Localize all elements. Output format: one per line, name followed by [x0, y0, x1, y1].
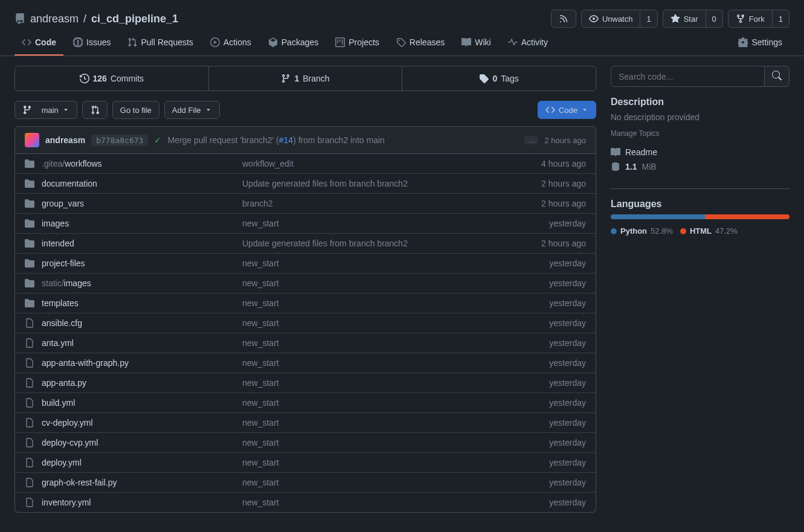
- file-commit-msg[interactable]: new_start: [242, 378, 542, 388]
- commits-stat[interactable]: 126Commits: [15, 66, 209, 91]
- rss-button[interactable]: [551, 10, 576, 28]
- file-time: 2 hours ago: [541, 199, 586, 208]
- file-time: yesterday: [549, 258, 586, 268]
- tab-wiki[interactable]: Wiki: [454, 33, 498, 56]
- file-name[interactable]: ansible.cfg: [42, 318, 235, 328]
- file-row: deploy.ymlnew_startyesterday: [15, 453, 596, 473]
- pr-link[interactable]: #14: [279, 135, 293, 145]
- file-name[interactable]: deploy-cvp.yml: [42, 438, 235, 447]
- tab-code[interactable]: Code: [14, 33, 63, 56]
- author-link[interactable]: andreasm: [45, 135, 85, 145]
- file-name[interactable]: static/images: [42, 278, 235, 288]
- package-icon: [268, 37, 278, 47]
- lang-segment: [705, 214, 790, 219]
- star-count[interactable]: 0: [706, 10, 723, 28]
- file-commit-msg[interactable]: new_start: [242, 318, 542, 328]
- branches-stat[interactable]: 1Branch: [209, 66, 403, 91]
- file-commit-msg[interactable]: workflow_edit: [242, 159, 534, 168]
- commit-message[interactable]: Merge pull request 'branch2' (#14) from …: [167, 135, 518, 145]
- code-button[interactable]: Code: [538, 101, 596, 119]
- repo-link[interactable]: ci_cd_pipeline_1: [91, 13, 178, 25]
- file-time: yesterday: [549, 278, 586, 288]
- size-item: 1.1MiB: [611, 159, 790, 174]
- file-commit-msg[interactable]: Update generated files from branch branc…: [242, 239, 534, 248]
- chevron-down-icon: [62, 106, 69, 114]
- code-icon: [545, 105, 555, 115]
- go-to-file-button[interactable]: Go to file: [112, 101, 159, 119]
- file-commit-msg[interactable]: new_start: [242, 398, 542, 408]
- star-button[interactable]: Star: [663, 10, 706, 28]
- file-name[interactable]: images: [42, 219, 235, 228]
- fork-button[interactable]: Fork: [728, 10, 773, 28]
- file-row: cv-deploy.ymlnew_startyesterday: [15, 413, 596, 433]
- tab-pulls[interactable]: Pull Requests: [120, 33, 200, 56]
- file-commit-msg[interactable]: new_start: [242, 258, 542, 268]
- file-name[interactable]: group_vars: [42, 199, 235, 208]
- file-commit-msg[interactable]: new_start: [242, 298, 542, 308]
- search-input[interactable]: [611, 66, 765, 87]
- file-commit-msg[interactable]: new_start: [242, 418, 542, 428]
- tab-projects[interactable]: Projects: [328, 33, 387, 56]
- owner-link[interactable]: andreasm: [30, 13, 79, 25]
- lang-item[interactable]: Python52.8%: [611, 226, 673, 236]
- file-name[interactable]: build.yml: [42, 398, 235, 408]
- file-row: deploy-cvp.ymlnew_startyesterday: [15, 433, 596, 453]
- file-name[interactable]: graph-ok-rest-fail.py: [42, 478, 235, 487]
- file-commit-msg[interactable]: new_start: [242, 358, 542, 368]
- languages-title: Languages: [611, 199, 790, 210]
- lang-dot: [680, 228, 686, 234]
- file-commit-msg[interactable]: new_start: [242, 219, 542, 228]
- branch-icon: [22, 105, 32, 115]
- file-name[interactable]: project-files: [42, 258, 235, 268]
- avatar[interactable]: [25, 133, 39, 147]
- file-name[interactable]: deploy.yml: [42, 458, 235, 467]
- file-name[interactable]: documentation: [42, 179, 235, 188]
- unwatch-button[interactable]: Unwatch: [581, 10, 641, 28]
- file-name[interactable]: intended: [42, 239, 235, 248]
- file-row: build.ymlnew_startyesterday: [15, 393, 596, 413]
- tab-activity[interactable]: Activity: [501, 33, 555, 56]
- add-file-button[interactable]: Add File: [164, 101, 220, 119]
- tab-packages[interactable]: Packages: [261, 33, 326, 56]
- lang-item[interactable]: HTML47.2%: [680, 226, 738, 236]
- file-commit-msg[interactable]: new_start: [242, 458, 542, 467]
- file-time: yesterday: [549, 338, 586, 348]
- pulse-icon: [508, 37, 518, 47]
- branch-icon: [281, 74, 291, 83]
- description-text: No description provided: [611, 112, 790, 122]
- book-icon: [461, 37, 471, 47]
- file-name[interactable]: cv-deploy.yml: [42, 418, 235, 428]
- tab-issues[interactable]: Issues: [66, 33, 118, 56]
- file-name[interactable]: app-anta.py: [42, 378, 235, 388]
- file-commit-msg[interactable]: new_start: [242, 338, 542, 348]
- manage-topics[interactable]: Manage Topics: [611, 129, 790, 138]
- book-icon: [611, 147, 620, 157]
- compare-button[interactable]: [82, 101, 108, 119]
- watch-count[interactable]: 1: [640, 10, 657, 28]
- commit-sha[interactable]: b778a8c673: [91, 135, 148, 146]
- file-name[interactable]: templates: [42, 298, 235, 308]
- file-commit-msg[interactable]: new_start: [242, 498, 542, 507]
- file-time: yesterday: [549, 318, 586, 328]
- readme-link[interactable]: Readme: [611, 145, 790, 159]
- file-name[interactable]: inventory.yml: [42, 498, 235, 507]
- file-row: inventory.ymlnew_startyesterday: [15, 493, 596, 512]
- tags-stat[interactable]: 0Tags: [402, 66, 596, 91]
- file-commit-msg[interactable]: new_start: [242, 438, 542, 447]
- file-commit-msg[interactable]: Update generated files from branch branc…: [242, 179, 534, 188]
- file-commit-msg[interactable]: branch2: [242, 199, 534, 208]
- branch-select[interactable]: main: [14, 101, 77, 119]
- tab-settings[interactable]: Settings: [731, 33, 790, 56]
- file-name[interactable]: .gitea/workflows: [42, 159, 235, 168]
- search-button[interactable]: [765, 66, 790, 87]
- repo-icon: [14, 13, 25, 24]
- tab-actions[interactable]: Actions: [203, 33, 259, 56]
- file-name[interactable]: anta.yml: [42, 338, 235, 348]
- file-commit-msg[interactable]: new_start: [242, 278, 542, 288]
- file-commit-msg[interactable]: new_start: [242, 478, 542, 487]
- expand-commit[interactable]: …: [524, 136, 538, 144]
- tab-releases[interactable]: Releases: [389, 33, 452, 56]
- commit-time: 2 hours ago: [544, 136, 586, 145]
- file-name[interactable]: app-anta-with-graph.py: [42, 358, 235, 368]
- fork-count[interactable]: 1: [773, 10, 790, 28]
